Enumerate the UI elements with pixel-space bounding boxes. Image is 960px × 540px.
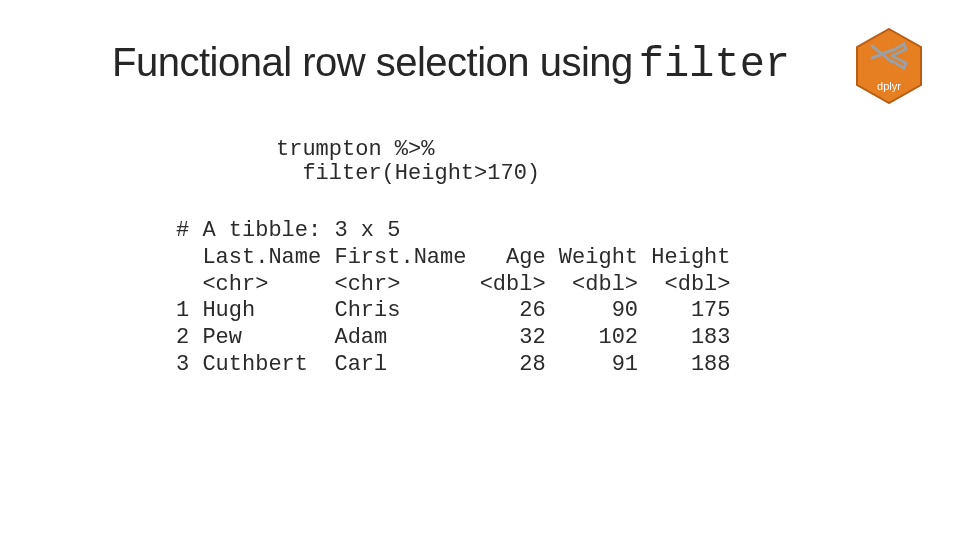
slide-title: Functional row selection using filter <box>112 40 860 89</box>
r-code-input: trumpton %>% filter(Height>170) <box>276 138 540 186</box>
code-line-2: filter(Height>170) <box>276 161 540 186</box>
tibble-row-2: 2 Pew Adam 32 102 183 <box>176 325 731 350</box>
tibble-row-1: 1 Hugh Chris 26 90 175 <box>176 298 731 323</box>
hex-label: dplyr <box>856 80 922 92</box>
dplyr-hex-logo: dplyr <box>856 28 922 104</box>
tibble-header: # A tibble: 3 x 5 <box>176 218 400 243</box>
tibble-column-types: <chr> <chr> <dbl> <dbl> <dbl> <box>176 272 731 297</box>
r-output-tibble: # A tibble: 3 x 5 Last.Name First.Name A… <box>176 218 731 379</box>
tibble-column-names: Last.Name First.Name Age Weight Height <box>176 245 731 270</box>
code-line-1: trumpton %>% <box>276 137 434 162</box>
title-code-keyword: filter <box>639 41 790 89</box>
hex-icon <box>856 28 922 104</box>
title-plain: Functional row selection using <box>112 40 633 85</box>
tibble-row-3: 3 Cuthbert Carl 28 91 188 <box>176 352 731 377</box>
